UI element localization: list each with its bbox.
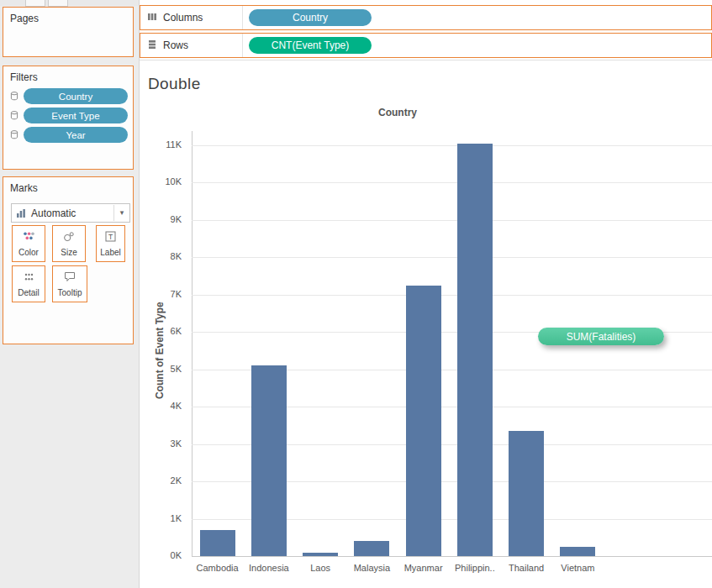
- x-axis-label[interactable]: Vietnam: [544, 563, 611, 573]
- detail-button-label: Detail: [18, 288, 40, 297]
- y-tick-label: 0K: [148, 550, 182, 560]
- mark-type-value: Automatic: [31, 207, 76, 219]
- bar[interactable]: [509, 431, 544, 556]
- tooltip-button[interactable]: Tooltip: [52, 265, 87, 302]
- columns-pill-country[interactable]: Country: [249, 9, 372, 26]
- filter-row: Country: [3, 87, 133, 106]
- gridline: [192, 220, 712, 221]
- bar[interactable]: [457, 144, 493, 556]
- size-button-label: Size: [61, 248, 76, 257]
- mark-type-dropdown[interactable]: Automatic ▾: [11, 203, 130, 223]
- bar[interactable]: [560, 547, 595, 556]
- y-tick-label: 8K: [148, 251, 182, 261]
- app-root: Pages Filters Country Event Type Year: [0, 0, 712, 588]
- columns-shelf-label: Columns: [163, 12, 203, 24]
- filter-pill-year[interactable]: Year: [24, 127, 128, 143]
- y-tick-label: 10K: [148, 176, 182, 186]
- rows-pill-cnt-event-type[interactable]: CNT(Event Type): [249, 37, 372, 54]
- column-field-header[interactable]: Country: [192, 107, 604, 118]
- label-button[interactable]: T Label: [96, 225, 125, 262]
- x-axis-line: [192, 556, 712, 557]
- gridline: [192, 182, 712, 183]
- size-button[interactable]: Size: [52, 225, 86, 262]
- speech-bubble-icon: [64, 270, 76, 286]
- row-bars-icon: [147, 38, 157, 53]
- bar[interactable]: [406, 286, 441, 556]
- y-tick-label: 2K: [148, 475, 182, 486]
- gridline: [192, 145, 712, 146]
- detail-button[interactable]: Detail: [12, 265, 45, 302]
- color-dots-icon: [22, 230, 35, 245]
- database-cylinder-icon: [10, 111, 18, 120]
- gridline: [192, 295, 712, 296]
- column-bars-icon: [147, 10, 157, 25]
- filter-pill-country[interactable]: Country: [24, 88, 128, 104]
- filters-shelf[interactable]: Filters Country Event Type Year: [3, 66, 134, 170]
- filter-pill-event-type[interactable]: Event Type: [24, 108, 128, 123]
- y-tick-label: 1K: [148, 513, 182, 523]
- y-tick-label: 11K: [148, 139, 182, 150]
- filters-title: Filters: [3, 66, 133, 87]
- bar[interactable]: [303, 553, 338, 556]
- sidebar: Pages Filters Country Event Type Year: [0, 0, 140, 588]
- bar[interactable]: [251, 365, 287, 556]
- color-button-label: Color: [18, 248, 39, 257]
- size-circles-icon: [63, 230, 75, 245]
- filter-row: Year: [3, 125, 133, 144]
- filter-row: Event Type: [3, 106, 133, 125]
- marks-title: Marks: [3, 177, 133, 197]
- y-tick-label: 7K: [148, 289, 182, 299]
- bar[interactable]: [200, 530, 235, 556]
- y-tick-label: 3K: [148, 438, 182, 449]
- bar[interactable]: [354, 541, 389, 556]
- dragged-pill-sum-fatalities[interactable]: SUM(Fatalities): [538, 328, 664, 345]
- y-tick-label: 9K: [148, 214, 182, 224]
- database-cylinder-icon: [10, 92, 18, 101]
- y-axis-ticks: 0K1K2K3K4K5K6K7K8K9K10K11K: [140, 131, 187, 556]
- sheet-title: Double: [148, 75, 201, 93]
- text-label-icon: T: [105, 230, 116, 245]
- rows-shelf-head: Rows: [140, 34, 243, 57]
- rows-shelf[interactable]: Rows CNT(Event Type): [140, 33, 712, 58]
- columns-shelf[interactable]: Columns Country: [140, 5, 712, 30]
- gridline: [192, 257, 712, 258]
- toolbar-button-fragment[interactable]: [48, 0, 68, 7]
- y-tick-label: 5K: [148, 364, 182, 374]
- columns-shelf-head: Columns: [140, 6, 243, 29]
- marks-card: Marks Automatic ▾ Color Size: [3, 176, 134, 344]
- svg-text:T: T: [108, 233, 113, 241]
- label-button-label: Label: [100, 248, 120, 257]
- pages-title: Pages: [3, 8, 133, 28]
- toolbar-fragment: [0, 0, 139, 6]
- pages-shelf[interactable]: Pages: [3, 7, 134, 57]
- tooltip-button-label: Tooltip: [58, 288, 82, 297]
- database-cylinder-icon: [10, 130, 18, 139]
- sheet-canvas: Double Country Count of Event Type 0K1K2…: [140, 60, 712, 588]
- color-button[interactable]: Color: [12, 225, 45, 262]
- y-tick-label: 6K: [148, 326, 182, 336]
- rows-shelf-label: Rows: [163, 39, 188, 51]
- detail-dots-icon: [24, 270, 34, 286]
- toolbar-button-fragment[interactable]: [25, 0, 45, 7]
- chevron-down-icon[interactable]: ▾: [113, 205, 129, 221]
- bar-chart-icon: [16, 208, 26, 218]
- y-axis-line: [192, 131, 193, 557]
- y-tick-label: 4K: [148, 401, 182, 411]
